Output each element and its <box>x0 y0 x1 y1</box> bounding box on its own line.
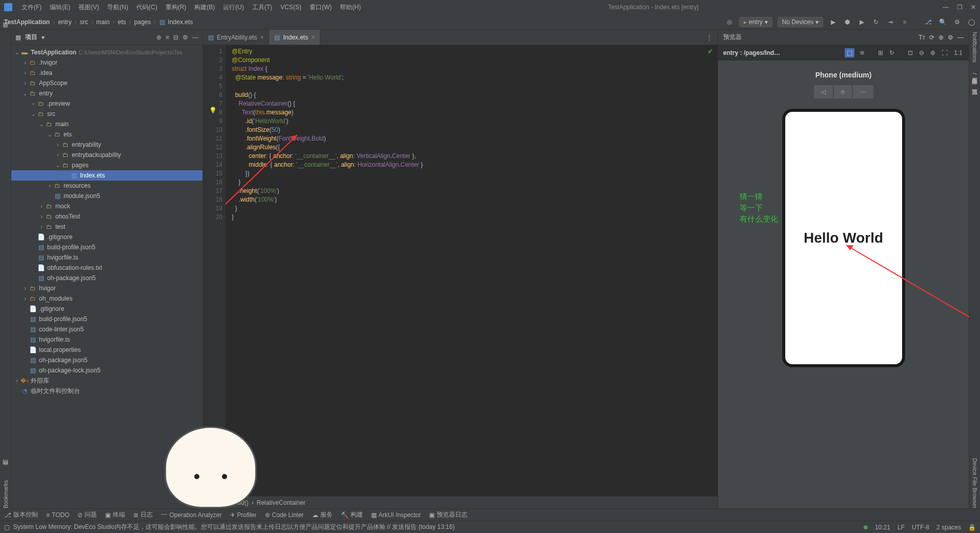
linter-tool[interactable]: ⊚ Code Linter <box>265 511 304 519</box>
arkui-tool[interactable]: ▦ ArkUI Inspector <box>371 511 421 519</box>
fullscreen-icon[interactable]: ⛶ <box>941 48 949 57</box>
menu-edit[interactable]: 编辑(E) <box>47 2 73 13</box>
status-time[interactable]: 10:21 <box>875 524 890 531</box>
menu-vcs[interactable]: VCS(S) <box>277 3 304 12</box>
run-icon[interactable]: ▶ <box>828 17 838 27</box>
terminal-tool[interactable]: ▣ 终端 <box>105 510 125 519</box>
menu-refactor[interactable]: 重构(R) <box>162 2 190 13</box>
search-icon[interactable]: 🔍 <box>938 17 947 27</box>
zoom-ratio[interactable]: 1:1 <box>953 48 964 57</box>
hide-icon[interactable]: — <box>192 34 198 41</box>
device-selector[interactable]: No Devices ▾ <box>778 17 823 27</box>
tree-item[interactable]: ▤module.json5 <box>11 191 202 201</box>
user-icon[interactable]: ◯ <box>967 17 976 27</box>
tree-item[interactable]: 📄.gitignore <box>11 304 202 314</box>
phone-screen[interactable]: Hello World <box>785 112 902 364</box>
tree-item[interactable]: ›🗀hvigor <box>11 283 202 293</box>
close-icon[interactable]: ✕ <box>971 4 976 11</box>
menu-code[interactable]: 代码(C) <box>133 2 160 13</box>
debug-icon[interactable]: ⬢ <box>843 17 852 27</box>
services-tool-button[interactable]: 应用/服务体检 <box>971 73 978 74</box>
tree-item[interactable]: ▤code-linter.json5 <box>11 324 202 334</box>
zoom-in-icon[interactable]: ⊕ <box>929 48 936 57</box>
tree-item[interactable]: ⌄🗀main <box>11 119 202 129</box>
tree-root[interactable]: ⌄▬ TestApplication C:\Users\MSN\DevEcoSt… <box>11 47 202 57</box>
menu-help[interactable]: 帮助(H) <box>337 2 364 13</box>
tree-item[interactable]: ›🗀.idea <box>11 68 202 78</box>
crumb-root[interactable]: TestApplication <box>4 18 50 26</box>
preview-log-tool[interactable]: ▣ 预览器日志 <box>429 510 467 519</box>
menu-run[interactable]: 运行(U) <box>220 2 247 13</box>
intention-bulb-icon[interactable]: 💡 <box>209 106 217 115</box>
crumb[interactable]: main <box>96 18 110 26</box>
log-tool[interactable]: ≣ 日志 <box>133 510 153 519</box>
tree-item[interactable]: ▤Index.ets <box>11 170 202 181</box>
tree-item[interactable]: ⌄🗀entry <box>11 88 202 98</box>
tree-item[interactable]: 📄local.properties <box>11 345 202 355</box>
tree-item[interactable]: ⌄🗀ets <box>11 129 202 140</box>
tree-item[interactable]: ›🗀.preview <box>11 98 202 109</box>
hide-icon[interactable]: — <box>957 34 964 41</box>
menu-window[interactable]: 窗口(W) <box>307 2 335 13</box>
tree-item[interactable]: ▤build-profile.json5 <box>11 242 202 252</box>
todo-tool[interactable]: ≡ TODO <box>46 511 69 519</box>
status-message[interactable]: System Low Memory: DevEco Studio内存不足，这可能… <box>13 523 864 531</box>
tree-externals[interactable]: ›�০ 外部库 <box>11 376 202 386</box>
status-icon[interactable]: ▢ <box>4 524 10 531</box>
tree-item[interactable]: ▤build-profile.json5 <box>11 314 202 324</box>
tree-item[interactable]: ›🗀mock <box>11 201 202 211</box>
layers-icon[interactable]: ≋ <box>859 48 866 57</box>
component-icon[interactable]: ⬚ <box>845 48 854 57</box>
editor-breadcrumb[interactable]: Index› build()› RelativeContainer <box>203 496 718 508</box>
tab-entryability[interactable]: ▤ EntryAbility.ets× <box>203 30 269 45</box>
tree-item[interactable]: ›🗀ohosTest <box>11 211 202 222</box>
target-icon[interactable]: ◎ <box>725 17 734 27</box>
tree-item[interactable]: ›🗀oh_modules <box>11 293 202 304</box>
tree-item[interactable]: ›🗀test <box>11 222 202 232</box>
tree-item[interactable]: ›🗀entrybackupability <box>11 150 202 160</box>
collapse-icon[interactable]: ⊟ <box>173 34 178 41</box>
grid-icon[interactable]: ⊞ <box>877 48 884 57</box>
font-icon[interactable]: Tт <box>918 34 925 41</box>
inspect-icon[interactable]: ⊕ <box>938 34 944 41</box>
crumb[interactable]: pages <box>134 18 151 26</box>
bookmarks-tool-button[interactable]: Bookmarks <box>3 480 9 508</box>
stop-icon[interactable]: ■ <box>900 17 909 27</box>
nav-back-button[interactable]: ◁ <box>814 85 833 98</box>
gear-icon[interactable]: ⚙ <box>948 34 953 41</box>
zoom-out-icon[interactable]: ⊖ <box>918 48 925 57</box>
dropdown-icon[interactable]: ▾ <box>42 34 45 41</box>
tree-item[interactable]: ▤oh-package.json5 <box>11 273 202 283</box>
tree-item[interactable]: 📄.gitignore <box>11 232 202 242</box>
crumb[interactable]: src <box>80 18 88 26</box>
notifications-tool-button[interactable]: Notifications <box>972 32 978 63</box>
menu-navigate[interactable]: 导航(N) <box>104 2 131 13</box>
refresh-icon[interactable]: ⟳ <box>929 34 934 41</box>
crumb[interactable]: entry <box>58 18 72 26</box>
maximize-icon[interactable]: ❐ <box>957 4 963 11</box>
tree-item[interactable]: ›🗀entryability <box>11 140 202 150</box>
build-tool[interactable]: 🔨 构建 <box>341 510 363 519</box>
crumb-file[interactable]: Index.ets <box>168 18 193 26</box>
locate-icon[interactable]: ⊕ <box>156 34 161 41</box>
minimize-icon[interactable]: — <box>943 4 949 11</box>
gear-icon[interactable]: ⚙ <box>182 34 188 41</box>
tree-item[interactable]: 📄obfuscation-rules.txt <box>11 263 202 273</box>
close-icon[interactable]: × <box>311 34 315 41</box>
tree-item[interactable]: ▤hvigorfile.ts <box>11 252 202 263</box>
device-browser-tool-button[interactable]: Device File Browser <box>972 458 978 508</box>
problems-tool[interactable]: ⊘ 问题 <box>77 510 97 519</box>
menu-tools[interactable]: 工具(T) <box>249 2 275 13</box>
tree-item[interactable]: ▤oh-package-lock.json5 <box>11 365 202 376</box>
expand-icon[interactable]: ≡ <box>166 34 169 41</box>
breadcrumb[interactable]: TestApplication› entry› src› main› ets› … <box>4 18 193 26</box>
more-icon[interactable]: ⋮ <box>701 34 718 41</box>
menu-build[interactable]: 构建(B) <box>191 2 218 13</box>
op-analyzer-tool[interactable]: 〰 Operation Analyzer <box>161 511 221 519</box>
tab-index[interactable]: ▤ Index.ets× <box>269 30 320 45</box>
project-view-icon[interactable]: ▦ <box>15 34 21 41</box>
vcs-icon[interactable]: ⎇ <box>924 17 933 27</box>
tree-item[interactable]: ⌄🗀pages <box>11 160 202 170</box>
coverage-icon[interactable]: ▶ <box>857 17 866 27</box>
project-tree[interactable]: ⌄▬ TestApplication C:\Users\MSN\DevEcoSt… <box>11 45 202 508</box>
